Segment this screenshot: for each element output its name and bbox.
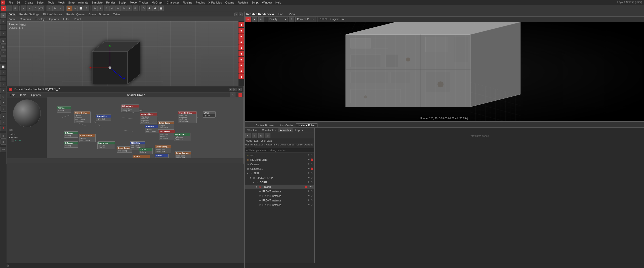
toolbar-misc1-btn[interactable]: ⬡ [141, 6, 146, 11]
tree-item-sun[interactable]: ✦ sun 👁 ⬡ [244, 153, 314, 157]
menu-redshift[interactable]: Redshift [236, 0, 249, 5]
vr-tool-1[interactable]: ⬤ [238, 22, 244, 27]
viewport-sub-view[interactable]: View [8, 18, 16, 21]
viewport-tab-render-settings[interactable]: Render Settings [18, 13, 40, 16]
menu-sculpt[interactable]: Sculpt [117, 0, 128, 5]
viewport-sub-filter[interactable]: Filter [62, 18, 70, 21]
viewport-tab-content-browser[interactable]: Content Browser [88, 13, 110, 16]
toolbar-misc4-btn[interactable]: ⬤ [158, 6, 164, 11]
toolbar-render-btn[interactable]: ▶ [66, 6, 72, 11]
sun-vis-eye[interactable]: 👁 [308, 154, 310, 156]
toolbar-misc2-btn[interactable]: ⬢ [147, 6, 152, 11]
menu-edit[interactable]: Edit [15, 0, 23, 5]
tree-item-front-instance-2[interactable]: ↺ FRONT Instance 👁 ⬡ [244, 194, 314, 198]
toolbar-render-settings-btn[interactable]: ⚙ [84, 6, 89, 11]
menu-file[interactable]: File [7, 0, 15, 5]
menu-window[interactable]: Window [261, 0, 273, 5]
toolbar-move-btn[interactable]: ↔ [47, 6, 52, 11]
center-axis-btn[interactable]: Center Axis to [280, 143, 294, 146]
viewport-sub-options[interactable]: Options [48, 18, 60, 21]
shader-graph-close-btn[interactable]: ✕ [238, 88, 242, 91]
viewport-tab-picture-viewers[interactable]: Picture Viewers [42, 13, 63, 16]
vr-tool-8[interactable]: ⬤ [238, 62, 244, 68]
render-play-btn[interactable]: ● [245, 17, 251, 22]
menu-snap[interactable]: Snap [67, 0, 76, 5]
shader-node-color-correct-bot[interactable]: Color Comp... Base Color Blend Col ▶ [175, 151, 191, 158]
tree-item-epoch-ship[interactable]: ▼ ⬡ EPOCH_SHIP 👁 ⬡ [244, 176, 314, 180]
viewport-sub-cameras[interactable]: Cameras [19, 18, 32, 21]
sidebar-tool-ma[interactable]: Ma [1, 147, 6, 152]
shader-node-texture[interactable]: Textu... Color ▶ [57, 106, 71, 113]
viewport-sub-panel[interactable]: Panel [73, 18, 82, 21]
menu-help[interactable]: Help [274, 0, 283, 5]
tab-content-browser[interactable]: Content Browser [253, 123, 277, 127]
toolbar-x-btn[interactable]: X [21, 6, 26, 11]
menu-xparticles[interactable]: X-Particles [207, 0, 223, 5]
viewport-sub-display[interactable]: Display [34, 18, 46, 21]
shader-node-int-material[interactable]: int - Materi... Out Color ◀ Materi... Bl… [159, 130, 175, 140]
sidebar-tool-deformer[interactable]: ⧩ [1, 100, 6, 105]
shader-node-metal-mat[interactable]: metal - Ma... Out Color Input Fo... Laye… [140, 113, 157, 124]
sidebar-tool-sculpt2[interactable]: ⬦ [1, 120, 6, 125]
fi2-vis-lock[interactable]: ⬡ [311, 195, 313, 197]
sidebar-tool-move[interactable]: ✛ [1, 19, 6, 24]
tab-material-editor[interactable]: Material Editor [296, 123, 317, 127]
tree-item-front-instance-4[interactable]: ↺ FRONT Instance 👁 ⬡ [244, 203, 314, 207]
scene-toolbar-btn4[interactable]: ⊟ [265, 133, 270, 138]
tree-item-camera-11[interactable]: ⊡ Camera.11 👁 [244, 167, 314, 171]
attr-tab-coordinates[interactable]: Coordinates [260, 128, 278, 132]
shader-node-color-comp-3[interactable]: Color Comp... Base Color Blend Col ▶ [155, 145, 171, 153]
sidebar-tool-rotate[interactable]: ↺ [1, 25, 6, 30]
node-tree-textures[interactable]: ▶ Textures [8, 136, 45, 139]
vr-tool-4[interactable]: ⬤ [238, 39, 244, 45]
tree-item-ship[interactable]: ▼ ⬡ SHIP 👁 ⬡ [244, 171, 314, 176]
render-stop-btn[interactable]: ■ [252, 17, 257, 22]
shader-node-ncandesc[interactable]: ncandesc... ◀ Textu... Textu... ▶ [174, 133, 190, 141]
shader-node-rs-material[interactable]: RS Mater... Layer Out... Ramp Ind... [121, 104, 139, 112]
shader-node-color-correct-1[interactable]: Color Corr... ◀ Input Gamma Out Color ▶ … [74, 111, 91, 123]
menu-pipeline[interactable]: Pipeline [181, 0, 194, 5]
menu-script[interactable]: Script [250, 0, 260, 5]
epoch-vis-eye[interactable]: 👁 [308, 177, 310, 179]
sidebar-tool-cylinder[interactable]: ⬛ [1, 76, 6, 81]
tree-item-front-instance-3[interactable]: ↺ FRONT Instance 👁 ⬡ [244, 198, 314, 203]
tree-item-core[interactable]: ▼ ⬡ CORE 👁 ⬡ [244, 180, 314, 185]
tab-dots[interactable]: ... [245, 123, 253, 127]
toolbar-snap7-btn[interactable]: ⊞ [127, 6, 132, 11]
center-object-btn[interactable]: Center Object to [297, 143, 313, 146]
sidebar-tool-snap-live[interactable]: ⊞ [1, 139, 6, 145]
epoch-vis-lock[interactable]: ⬡ [311, 177, 313, 179]
shader-node-stors-1[interactable]: S.Tors... Color ▶ [64, 131, 78, 138]
toolbar-snap4-btn[interactable]: ⊛ [109, 6, 115, 11]
menu-character[interactable]: Character [165, 0, 180, 5]
scene-toolbar-btn1[interactable]: ⋯ [245, 133, 251, 138]
fi4-vis-eye[interactable]: 👁 [308, 204, 310, 206]
toolbar-snap-btn[interactable]: ⊕ [92, 6, 98, 11]
attr-tab-attributes[interactable]: Attributes [278, 128, 293, 132]
sidebar-tool-paint[interactable]: ⬥ [1, 114, 6, 119]
render-mode-select[interactable]: Beauty ▾ [268, 17, 288, 22]
roll-to-first-active-btn[interactable]: Roll to First Active [245, 143, 263, 146]
fi1-vis-lock[interactable]: ⬡ [311, 190, 313, 193]
shader-node-material-blend[interactable]: Material Ble... Base Colo ◀ Input Fo Lay… [178, 111, 197, 123]
scene-toolbar-btn2[interactable]: ⊡ [252, 133, 257, 138]
menu-tools[interactable]: Tools [46, 0, 56, 5]
viewport-maximize-btn[interactable]: ⤡ [234, 13, 238, 16]
toolbar-z-btn[interactable]: Z [32, 6, 38, 11]
vr-tool-7[interactable]: ⬤ [238, 57, 244, 62]
toolbar-object-btn[interactable]: ○ [7, 6, 12, 11]
viewport-tab-view[interactable]: View [8, 13, 16, 16]
shader-node-color-correct-2[interactable]: Color Corr... ◀ Input Out Color ▶ [158, 121, 174, 130]
menu-octane[interactable]: Octane [224, 0, 236, 5]
shader-graph-canvas[interactable]: Textu... Color ▶ Color Corr... ◀ Input G… [47, 97, 244, 158]
core-vis-eye[interactable]: 👁 [308, 181, 310, 184]
core-vis-lock[interactable]: ⬡ [311, 181, 313, 184]
vr-tool-6[interactable]: ⬤ [238, 51, 244, 56]
shader-graph-minimize-btn[interactable]: − [229, 88, 232, 91]
shader-node-stors-3[interactable]: S.Tors... Color ▶ [139, 148, 153, 154]
ship-vis-lock[interactable]: ⬡ [311, 172, 313, 175]
menu-plugins[interactable]: Plugins [194, 0, 206, 5]
fi3-vis-eye[interactable]: 👁 [308, 199, 310, 202]
toolbar-snap6-btn[interactable]: ⊝ [121, 6, 127, 11]
toolbar-snap3-btn[interactable]: ⊙ [104, 6, 109, 11]
